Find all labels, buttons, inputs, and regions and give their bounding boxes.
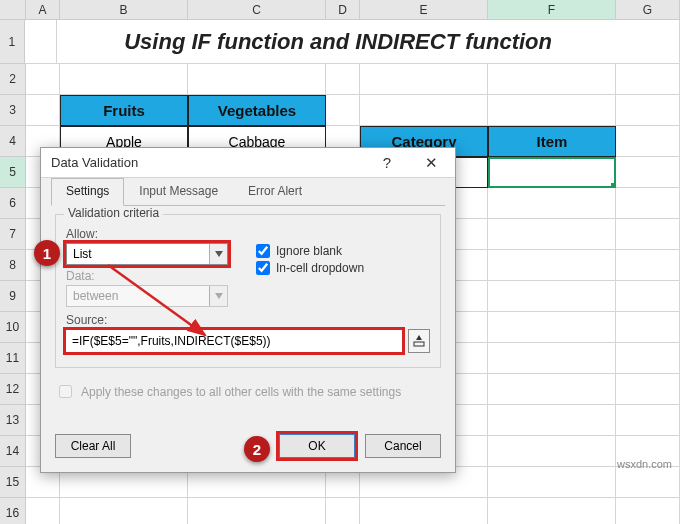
hdr-vegetables[interactable]: Vegetables (188, 95, 326, 126)
incell-label: In-cell dropdown (276, 261, 364, 275)
colhdr-e[interactable]: E (360, 0, 488, 20)
rowhdr-1[interactable]: 1 (0, 20, 25, 64)
collapse-dialog-icon (413, 335, 425, 347)
cell-f5-active[interactable] (488, 157, 616, 188)
rowhdr-2[interactable]: 2 (0, 64, 26, 95)
data-label: Data: (66, 269, 236, 283)
group-title: Validation criteria (64, 206, 163, 220)
tab-input-message[interactable]: Input Message (124, 178, 233, 206)
annotation-marker-1: 1 (34, 240, 60, 266)
colhdr-d[interactable]: D (326, 0, 360, 20)
svg-marker-0 (215, 251, 223, 257)
dialog-title: Data Validation (51, 155, 365, 170)
column-headers: A B C D E F G (0, 0, 680, 20)
data-value: between (73, 289, 118, 303)
validation-criteria-group: Validation criteria Allow: List Data: be… (55, 214, 441, 368)
settings-panel: Validation criteria Allow: List Data: be… (41, 206, 455, 411)
ignore-blank-label: Ignore blank (276, 244, 342, 258)
allow-dropdown[interactable]: List (66, 243, 228, 265)
chevron-down-icon (209, 244, 227, 264)
allow-label: Allow: (66, 227, 236, 241)
apply-all-label: Apply these changes to all other cells w… (81, 385, 401, 399)
colhdr-f[interactable]: F (488, 0, 616, 20)
range-picker-button[interactable] (408, 329, 430, 353)
incell-dropdown-checkbox[interactable]: In-cell dropdown (256, 261, 364, 275)
allow-value: List (73, 247, 92, 261)
colhdr-a[interactable]: A (26, 0, 60, 20)
hdr-fruits[interactable]: Fruits (60, 95, 188, 126)
dialog-titlebar[interactable]: Data Validation ? ✕ (41, 148, 455, 178)
svg-marker-3 (416, 335, 422, 340)
svg-rect-2 (414, 342, 424, 346)
close-button[interactable]: ✕ (409, 149, 453, 177)
select-all-corner[interactable] (0, 0, 26, 20)
dialog-tabs: Settings Input Message Error Alert (41, 178, 455, 206)
svg-marker-1 (215, 293, 223, 299)
rowhdr-5[interactable]: 5 (0, 157, 26, 188)
data-dropdown: between (66, 285, 228, 307)
help-button[interactable]: ? (365, 149, 409, 177)
cancel-button[interactable]: Cancel (365, 434, 441, 458)
clear-all-button[interactable]: Clear All (55, 434, 131, 458)
hdr-item[interactable]: Item (488, 126, 616, 157)
source-label: Source: (66, 313, 430, 327)
apply-all-checkbox: Apply these changes to all other cells w… (55, 382, 441, 401)
page-title[interactable]: Using IF function and INDIRECT function (57, 20, 619, 64)
tab-settings[interactable]: Settings (51, 178, 124, 206)
rowhdr-3[interactable]: 3 (0, 95, 26, 126)
colhdr-b[interactable]: B (60, 0, 188, 20)
ignore-blank-checkbox[interactable]: Ignore blank (256, 244, 364, 258)
rowhdr-4[interactable]: 4 (0, 126, 26, 157)
colhdr-g[interactable]: G (616, 0, 680, 20)
annotation-marker-2: 2 (244, 436, 270, 462)
watermark: wsxdn.com (617, 458, 672, 470)
chevron-down-icon (209, 286, 227, 306)
tab-error-alert[interactable]: Error Alert (233, 178, 317, 206)
data-validation-dialog: Data Validation ? ✕ Settings Input Messa… (40, 147, 456, 473)
colhdr-c[interactable]: C (188, 0, 326, 20)
source-input[interactable] (66, 330, 402, 352)
ok-button[interactable]: OK (279, 434, 355, 458)
